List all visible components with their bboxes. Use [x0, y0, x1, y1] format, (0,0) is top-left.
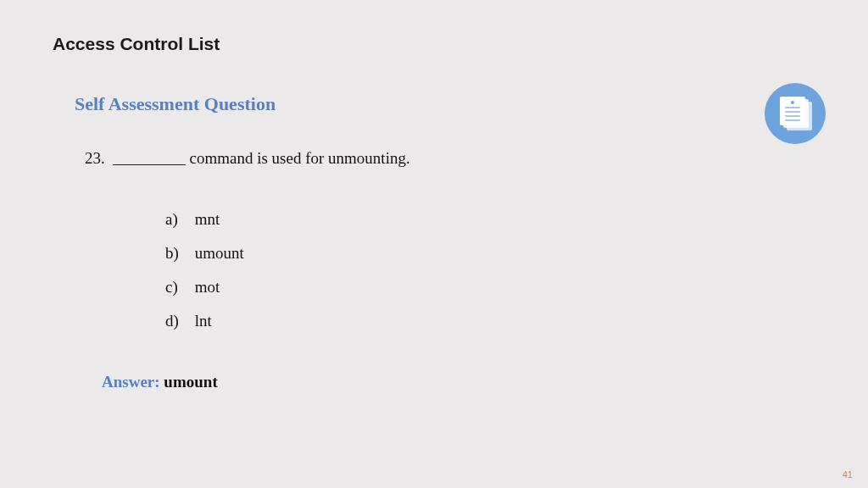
option-b: b) umount [165, 244, 244, 263]
page-number: 41 [843, 469, 853, 480]
option-letter: b) [165, 244, 191, 263]
option-letter: d) [165, 312, 191, 330]
answer-line: Answer: umount [102, 373, 218, 391]
option-text: umount [195, 244, 244, 262]
answer-label: Answer: [102, 373, 160, 391]
option-text: lnt [195, 312, 212, 330]
page-title: Access Control List [53, 34, 220, 54]
question-text: 23. _________ command is used for unmoun… [85, 149, 410, 168]
document-icon [765, 83, 826, 144]
question-body: _________ command is used for unmounting… [113, 149, 409, 167]
option-d: d) lnt [165, 312, 244, 330]
self-assessment-heading: Self Assessment Question [75, 93, 275, 115]
options-list: a) mnt b) umount c) mot d) lnt [165, 210, 244, 346]
option-text: mot [195, 278, 220, 296]
question-number: 23. [85, 149, 105, 167]
option-a: a) mnt [165, 210, 244, 229]
answer-value: umount [164, 373, 217, 391]
option-letter: a) [165, 210, 191, 229]
option-letter: c) [165, 278, 191, 297]
option-text: mnt [195, 210, 220, 228]
option-c: c) mot [165, 278, 244, 297]
